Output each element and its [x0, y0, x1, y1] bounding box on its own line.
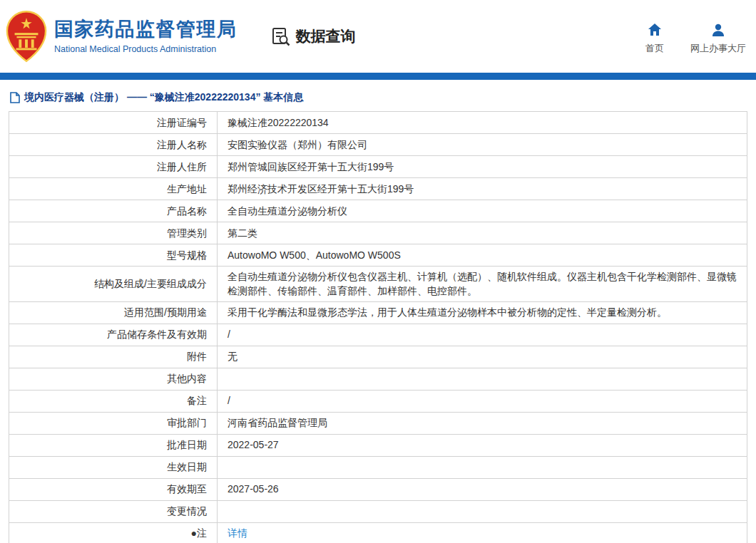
row-value: 郑州管城回族区经开第十五大街199号: [218, 156, 747, 178]
main-content: 境内医疗器械（注册） —— “豫械注准20222220134” 基本信息 注册证…: [0, 80, 756, 543]
table-row: 有效期至2027-05-26: [9, 478, 747, 500]
row-value: [218, 368, 747, 390]
row-label: 产品名称: [9, 200, 218, 222]
row-value: /: [218, 324, 747, 346]
site-header: 国家药品监督管理局 National Medical Products Admi…: [0, 0, 756, 73]
row-label: 备注: [9, 390, 218, 412]
table-row: 备注/: [9, 390, 747, 412]
row-value: 全自动生殖道分泌物分析仪: [218, 200, 747, 222]
row-value: 郑州经济技术开发区经开第十五大街199号: [218, 178, 747, 200]
row-label: ●注: [9, 522, 218, 543]
row-label: 生产地址: [9, 178, 218, 200]
row-value: 全自动生殖道分泌物分析仪包含仪器主机、计算机（选配）、随机软件组成。仪器主机包含…: [218, 267, 747, 302]
data-query-label: 数据查询: [296, 26, 356, 46]
table-row: 附件无: [9, 346, 747, 368]
info-table-body: 注册证编号豫械注准20222220134注册人名称安图实验仪器（郑州）有限公司注…: [9, 112, 747, 543]
user-icon: [711, 23, 725, 37]
row-label: 结构及组成/主要组成成分: [9, 267, 218, 302]
row-label: 管理类别: [9, 222, 218, 244]
row-value: 河南省药品监督管理局: [218, 412, 747, 434]
site-title-cn: 国家药品监督管理局: [54, 19, 237, 41]
table-row: 其他内容: [9, 368, 747, 390]
row-label: 批准日期: [9, 434, 218, 456]
site-title-en: National Medical Products Administration: [54, 44, 237, 54]
row-label: 注册人住所: [9, 156, 218, 178]
table-row: 型号规格AutowoMO W500、AutowoMO W500S: [9, 244, 747, 267]
home-icon: [648, 23, 662, 37]
row-label: 附件: [9, 346, 218, 368]
row-value: 豫械注准20222220134: [218, 112, 747, 134]
row-value: 2027-05-26: [218, 478, 747, 500]
row-label: 适用范围/预期用途: [9, 301, 218, 324]
data-query-icon: [272, 27, 291, 46]
table-row: 产品名称全自动生殖道分泌物分析仪: [9, 200, 747, 222]
row-value: 详情: [218, 522, 747, 543]
document-icon: [10, 92, 20, 103]
row-label: 注册证编号: [9, 112, 218, 134]
table-row: 管理类别第二类: [9, 222, 747, 244]
row-value: AutowoMO W500、AutowoMO W500S: [218, 244, 747, 267]
row-value: /: [218, 390, 747, 412]
table-row: ●注详情: [9, 522, 747, 543]
row-label: 其他内容: [9, 368, 218, 390]
breadcrumb-text: 境内医疗器械（注册） —— “豫械注准20222220134” 基本信息: [24, 91, 303, 104]
nav-home-label: 首页: [645, 42, 664, 55]
table-row: 注册人名称安图实验仪器（郑州）有限公司: [9, 134, 747, 156]
nav-service-hall-label: 网上办事大厅: [690, 42, 746, 55]
table-row: 适用范围/预期用途采用干化学酶法和显微形态学法，用于人体生殖道分泌物样本中被分析…: [9, 301, 747, 324]
breadcrumb: 境内医疗器械（注册） —— “豫械注准20222220134” 基本信息: [9, 86, 747, 111]
row-value: [218, 456, 747, 478]
table-row: 变更情况: [9, 500, 747, 522]
row-label: 产品储存条件及有效期: [9, 324, 218, 346]
table-row: 产品储存条件及有效期/: [9, 324, 747, 346]
row-label: 变更情况: [9, 500, 218, 522]
row-value: 无: [218, 346, 747, 368]
table-row: 注册人住所郑州管城回族区经开第十五大街199号: [9, 156, 747, 178]
site-title-block: 国家药品监督管理局 National Medical Products Admi…: [54, 19, 237, 54]
row-label: 注册人名称: [9, 134, 218, 156]
detail-link[interactable]: 详情: [228, 527, 247, 539]
header-nav: 首页 网上办事大厅: [640, 19, 746, 55]
table-row: 结构及组成/主要组成成分全自动生殖道分泌物分析仪包含仪器主机、计算机（选配）、随…: [9, 267, 747, 302]
table-row: 生效日期: [9, 456, 747, 478]
row-label: 型号规格: [9, 244, 218, 267]
table-row: 审批部门河南省药品监督管理局: [9, 412, 747, 434]
nav-item-service-hall[interactable]: 网上办事大厅: [690, 23, 746, 55]
row-value: [218, 500, 747, 522]
table-row: 批准日期2022-05-27: [9, 434, 747, 456]
national-emblem-logo: [6, 10, 47, 63]
registration-info-table: 注册证编号豫械注准20222220134注册人名称安图实验仪器（郑州）有限公司注…: [9, 111, 747, 543]
row-value: 2022-05-27: [218, 434, 747, 456]
data-query-tab[interactable]: 数据查询: [272, 26, 356, 46]
row-label: 生效日期: [9, 456, 218, 478]
row-value: 采用干化学酶法和显微形态学法，用于人体生殖道分泌物样本中被分析物的定性、半定量检…: [218, 301, 747, 324]
table-row: 生产地址郑州经济技术开发区经开第十五大街199号: [9, 178, 747, 200]
nav-item-home[interactable]: 首页: [640, 23, 669, 55]
row-label: 有效期至: [9, 478, 218, 500]
row-label: 审批部门: [9, 412, 218, 434]
table-row: 注册证编号豫械注准20222220134: [9, 112, 747, 134]
row-value: 第二类: [218, 222, 747, 244]
header-divider-bar: [0, 73, 756, 80]
row-value: 安图实验仪器（郑州）有限公司: [218, 134, 747, 156]
